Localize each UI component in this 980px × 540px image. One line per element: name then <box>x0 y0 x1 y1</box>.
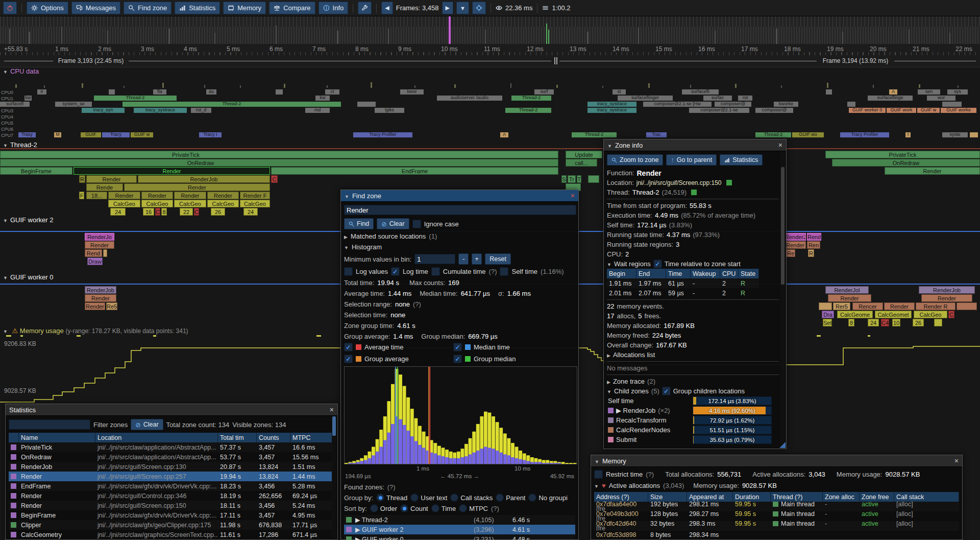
find-zone-search-input[interactable] <box>344 205 576 215</box>
timeline-zone[interactable]: RenderJob <box>138 175 270 183</box>
found-zone-group[interactable]: ▶ GUIF worker 0(3,231)4.48 s <box>344 534 575 540</box>
close-icon[interactable] <box>330 406 334 413</box>
log-values-checkbox[interactable] <box>344 267 353 276</box>
legend-item[interactable]: Group median <box>453 355 562 363</box>
timeline-zone[interactable]: composer@ <box>755 108 793 113</box>
timeline-zone[interactable]: R <box>79 175 85 183</box>
timeline-zone[interactable]: 26 <box>211 208 225 216</box>
info-button[interactable]: Info <box>318 2 349 14</box>
self-time-checkbox[interactable] <box>500 267 508 276</box>
allocation-row[interactable]: 0x7dfaa64e00192 bytes298.21 ms59.95 sMai… <box>594 502 959 511</box>
timeline-zone[interactable]: syste <box>942 132 968 137</box>
allocation-row[interactable]: 0x7dfc42d64032 bytes298.3 ms59.95 sMain … <box>594 521 959 531</box>
timeline-zone[interactable]: OnRedraw <box>0 159 558 167</box>
timeline-zone[interactable]: PrivateTick <box>825 151 980 158</box>
timeline-zone[interactable]: 22 <box>180 208 193 216</box>
legend-item[interactable]: Group average <box>344 355 453 363</box>
timeline-zone[interactable] <box>588 175 599 183</box>
timeline-zone[interactable]: Update <box>566 151 602 158</box>
timeline-zone[interactable]: 24 <box>868 319 879 326</box>
source-marker[interactable] <box>691 190 697 195</box>
frame-dropdown-button[interactable]: ▼ <box>456 2 469 14</box>
source-marker[interactable] <box>726 180 732 185</box>
timeline-zone[interactable]: 18... <box>86 192 107 199</box>
timeline-zone[interactable]: RenderJ <box>785 233 806 241</box>
timeline-zone[interactable]: Thread-2 <box>122 102 341 107</box>
timeline-zone[interactable]: Rer5 <box>833 302 850 310</box>
statistics-titlebar[interactable]: Statistics <box>6 404 337 416</box>
timeline-zone[interactable]: Render <box>74 167 270 175</box>
timeline-zone[interactable]: Rencer <box>852 302 883 310</box>
zone-statistics-button[interactable]: Statistics <box>720 154 763 166</box>
timeline-zone[interactable]: RenderJob <box>85 286 116 294</box>
zoom-to-zone-button[interactable]: Zoom to zone <box>607 154 663 166</box>
timeline-zone[interactable]: EndFrame <box>271 167 558 175</box>
timeline-zone[interactable]: sys <box>947 89 968 95</box>
timeline-zone[interactable]: CalcGeo <box>174 200 206 207</box>
close-icon[interactable] <box>778 142 782 149</box>
timeline-zone[interactable]: 24 <box>243 208 258 216</box>
stats-row[interactable]: RenderJobjni/../jni/src/guif/Screen.cpp:… <box>9 462 334 472</box>
timeline-zone[interactable]: C <box>948 311 954 318</box>
timeline-zone[interactable]: OnRedraw <box>832 159 980 167</box>
timeline-zone[interactable]: GUIF w <box>917 108 940 113</box>
timeline-zone[interactable]: ir <box>37 89 46 95</box>
messages-button[interactable]: Messages <box>71 2 120 14</box>
child-zone-row[interactable]: ▶ RenderJob(×2)4.16 ms (92.60%) <box>607 406 779 415</box>
timeline-zone[interactable]: GUIF work <box>887 108 916 113</box>
timeline-zone[interactable]: tracy_systrace <box>587 108 636 113</box>
clear-filter-button[interactable]: ⊘Clear <box>131 419 163 430</box>
options-button[interactable]: Options <box>27 2 68 14</box>
timeline-zone[interactable]: sen <box>918 89 940 95</box>
timeline-zone[interactable]: au <box>206 89 216 95</box>
radio-option[interactable]: MTPC <box>459 504 488 512</box>
timeline-zone[interactable] <box>109 89 115 95</box>
timeline-zone[interactable]: A <box>500 132 508 137</box>
stats-row[interactable]: Renderjni/../jni/src/guif/Control.cpp:34… <box>9 491 334 501</box>
radio-option[interactable]: Time <box>431 504 456 512</box>
timeline-zone[interactable]: kwor <box>400 89 424 95</box>
timeline-zone[interactable]: CalcGeo <box>141 200 173 207</box>
timeline-zone[interactable]: audioserver /audio <box>437 96 502 101</box>
timeline-zone[interactable]: Render F <box>240 192 270 199</box>
timeline-zone[interactable]: rot <box>738 96 752 101</box>
stats-row[interactable]: CalcGeometryjni/../jni/src/claw/graphics… <box>9 530 334 539</box>
radio-option[interactable]: User text <box>410 494 447 502</box>
stats-row[interactable]: Renderjni/../jni/src/guif/Screen.cpp:257… <box>9 472 334 481</box>
collapse-icon[interactable] <box>607 378 610 385</box>
timeline-zone[interactable]: Render <box>141 192 173 199</box>
timeline-zone[interactable]: Trac <box>646 132 667 137</box>
guif-worker0-header[interactable]: GUIF worker 0 <box>3 273 53 281</box>
min-bin-input[interactable] <box>414 254 455 264</box>
radio-option[interactable]: Call stacks <box>450 494 493 502</box>
restrict-time-checkbox[interactable] <box>594 470 603 479</box>
timeline-zone[interactable]: I <box>905 132 911 137</box>
timeline-zone[interactable] <box>357 102 376 107</box>
timeline-zone[interactable] <box>957 302 977 310</box>
scrollbar-thumb[interactable] <box>332 416 336 436</box>
radio-option[interactable]: Count <box>400 504 428 512</box>
collapse-icon[interactable] <box>344 232 348 240</box>
timeline-zone[interactable]: kw <box>315 96 330 101</box>
timeline-zone[interactable]: CalcGeome <box>837 311 873 318</box>
zone-info-scrollbar[interactable] <box>780 152 785 447</box>
timeline-zone[interactable]: surfac <box>703 96 732 101</box>
memory-titlebar[interactable]: Memory <box>591 455 962 467</box>
find-zone-button[interactable]: Find zone <box>124 2 172 14</box>
timeline-zone[interactable]: surfacefli <box>682 89 719 95</box>
timeline-zone[interactable]: Render <box>85 294 116 302</box>
timeline-zone[interactable]: composer@ <box>715 102 751 107</box>
close-icon[interactable] <box>571 192 575 199</box>
timeline-zone[interactable]: CalcGeo <box>108 200 140 207</box>
timeline-zone[interactable]: GUIF w <box>131 132 153 137</box>
wait-region-row[interactable]: 2.01 ms2.07 ms59 µs-2R <box>607 288 759 298</box>
timeline-zone[interactable]: 10 <box>892 319 900 326</box>
timeline-zone[interactable]: tracy_systrace <box>587 102 636 107</box>
timeline-zone[interactable]: Dra <box>822 311 834 318</box>
timeline-zone[interactable]: composer@2.1-se <box>689 108 749 113</box>
timeline-zone[interactable]: Tr <box>568 175 576 183</box>
timeline-zone[interactable]: M <box>54 132 61 137</box>
tools-button[interactable] <box>358 2 372 14</box>
next-frame-button[interactable]: ▶ <box>442 2 453 14</box>
timeline-zone[interactable]: RenderJob <box>919 286 975 294</box>
